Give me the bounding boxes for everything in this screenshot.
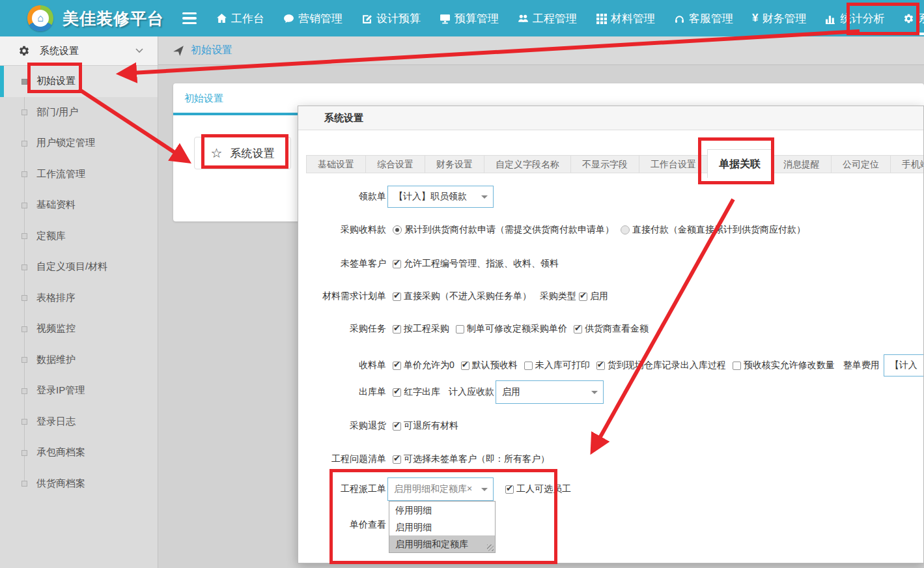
checkbox-select-unsigned-customer[interactable]: 可选择未签单客户（即：所有客户） bbox=[393, 453, 550, 465]
checkbox-checked-icon[interactable] bbox=[393, 455, 401, 464]
checkbox-checked-icon[interactable] bbox=[393, 260, 401, 268]
tab-document-association[interactable]: 单据关联 bbox=[707, 149, 772, 178]
edit-icon bbox=[361, 13, 372, 24]
checkbox-worker-select-employee[interactable]: 工人可选员工 bbox=[505, 483, 571, 495]
sidebar-item-quota-library[interactable]: 定额库 bbox=[0, 221, 158, 252]
monitor-icon bbox=[440, 13, 451, 24]
nav-statistics[interactable]: 统计分析 bbox=[825, 0, 884, 36]
gear-icon bbox=[903, 13, 914, 24]
receivable-select[interactable]: 启用 bbox=[496, 380, 604, 404]
checkbox-price-zero-allowed[interactable]: 单价允许为0 bbox=[393, 360, 455, 371]
nav-customer-service[interactable]: 客服管理 bbox=[674, 0, 733, 36]
tab-company-location[interactable]: 公司定位 bbox=[831, 155, 891, 173]
row-unit-price-view: 单价查看 bbox=[298, 519, 386, 531]
brand-logo bbox=[27, 5, 53, 31]
headset-icon bbox=[674, 13, 685, 24]
sidebar-item-custom-projects[interactable]: 自定义项目/材料 bbox=[0, 251, 158, 283]
sidebar-item-departments-users[interactable]: 部门/用户 bbox=[0, 97, 158, 128]
nav-material-mgmt[interactable]: 材料管理 bbox=[596, 0, 655, 36]
checkbox-purchase-type-enable[interactable]: 启用 bbox=[579, 291, 608, 302]
nav-project-mgmt[interactable]: 工程管理 bbox=[518, 0, 577, 36]
sidebar-item-data-maintenance[interactable]: 数据维护 bbox=[0, 345, 158, 376]
checkbox-checked-icon[interactable] bbox=[505, 485, 514, 494]
tab-finance-settings[interactable]: 财务设置 bbox=[425, 155, 484, 173]
hamburger-menu-icon[interactable] bbox=[182, 12, 197, 25]
whole-order-fee-select[interactable]: 【计入 bbox=[884, 354, 924, 376]
grid-icon bbox=[596, 13, 607, 24]
tab-mobile[interactable]: 手机端 bbox=[890, 155, 924, 173]
dispatch-order-dropdown-list: 停用明细 启用明细 启用明细和定额库 bbox=[389, 501, 496, 553]
nav-finance-mgmt[interactable]: ¥ 财务管理 bbox=[752, 0, 806, 36]
checkbox-checked-icon[interactable] bbox=[393, 325, 401, 334]
checkbox-checked-icon[interactable] bbox=[579, 292, 587, 301]
sidebar-item-login-log[interactable]: 登录日志 bbox=[0, 406, 158, 438]
checkbox-modify-quota-price[interactable]: 制单可修改定额采购单价 bbox=[456, 323, 567, 335]
payment-slip-select[interactable]: 【计入】职员领款 bbox=[387, 186, 494, 208]
dropdown-option-enable-detail-quota[interactable]: 启用明细和定额库 bbox=[389, 535, 495, 552]
sidebar-item-table-sort[interactable]: 表格排序 bbox=[0, 283, 158, 314]
tab-basic-settings[interactable]: 基础设置 bbox=[306, 155, 366, 173]
checkbox-checked-icon[interactable] bbox=[596, 362, 605, 370]
nav-workbench[interactable]: 工作台 bbox=[216, 0, 264, 36]
sidebar-header-system-settings[interactable]: 系统设置 bbox=[0, 36, 158, 66]
nav-marketing[interactable]: 营销管理 bbox=[283, 0, 343, 36]
checkbox-print-before-storage[interactable]: 未入库可打印 bbox=[524, 360, 590, 371]
resize-grip-icon[interactable] bbox=[487, 545, 494, 551]
nav-design-budget[interactable]: 设计预算 bbox=[361, 0, 421, 36]
system-settings-dialog: 系统设置 基础设置 综合设置 财务设置 自定义字段名称 不显示字段 工作台设置 … bbox=[298, 106, 924, 563]
tab-custom-field-names[interactable]: 自定义字段名称 bbox=[484, 155, 571, 173]
nav-budget-mgmt[interactable]: 预算管理 bbox=[440, 0, 499, 36]
radio-selected-icon[interactable] bbox=[393, 225, 402, 234]
nav-system-settings[interactable]: 系统设置 bbox=[903, 0, 924, 36]
top-navigation-bar: 美佳装修平台 工作台 营销管理 设计预算 预算管理 工程管理 材料管理 客服 bbox=[0, 0, 924, 36]
sidebar-item-supplier-files[interactable]: 供货商档案 bbox=[0, 468, 158, 500]
radio-accumulate-to-supplier[interactable]: 累计到供货商付款申请（需提交供货商付款申请单） bbox=[393, 224, 614, 236]
active-nav-underline bbox=[902, 33, 924, 35]
radio-unselected-icon[interactable] bbox=[621, 225, 630, 234]
users-icon bbox=[518, 13, 529, 24]
checkbox-supplier-view-amount[interactable]: 供货商查看金额 bbox=[574, 323, 649, 335]
dropdown-option-enable-detail[interactable]: 启用明细 bbox=[389, 518, 495, 535]
checkbox-unchecked-icon[interactable] bbox=[456, 325, 464, 334]
checkbox-unchecked-icon[interactable] bbox=[733, 362, 741, 370]
dispatch-order-select[interactable]: 启用明细和定额库× bbox=[387, 477, 494, 501]
checkbox-checked-icon[interactable] bbox=[574, 325, 582, 334]
gear-icon bbox=[18, 45, 30, 57]
sidebar-item-login-ip[interactable]: 登录IP管理 bbox=[0, 375, 158, 406]
radio-direct-payment[interactable]: 直接付款（金额直接累计到供货商应付款） bbox=[621, 224, 805, 236]
comment-icon bbox=[283, 13, 294, 24]
sidebar-item-video-monitor[interactable]: 视频监控 bbox=[0, 313, 158, 345]
checkbox-allow-project-number[interactable]: 允许工程编号管理、指派、收料、领料 bbox=[393, 258, 559, 270]
tab-hidden-fields[interactable]: 不显示字段 bbox=[570, 155, 639, 173]
checkbox-checked-icon[interactable] bbox=[393, 292, 401, 301]
checkbox-default-pre-receipt[interactable]: 默认预收料 bbox=[461, 360, 518, 371]
checkbox-purchase-by-project[interactable]: 按工程采购 bbox=[393, 323, 449, 335]
sidebar-item-basic-data[interactable]: 基础资料 bbox=[0, 190, 158, 221]
checkbox-checked-icon[interactable] bbox=[393, 422, 401, 431]
checkbox-site-warehouse-record[interactable]: 货到现场仓库记录出入库过程 bbox=[596, 360, 726, 371]
checkbox-return-all-materials[interactable]: 可退所有材料 bbox=[393, 420, 458, 432]
navigation-arrow-icon bbox=[173, 45, 184, 57]
checkbox-red-outbound[interactable]: 红字出库 bbox=[393, 386, 440, 398]
checkbox-checked-icon[interactable] bbox=[393, 388, 401, 397]
sidebar-item-initial-settings[interactable]: 初始设置 bbox=[0, 66, 158, 97]
tab-workbench-settings[interactable]: 工作台设置 bbox=[639, 155, 708, 173]
checkbox-direct-purchase[interactable]: 直接采购（不进入采购任务单） bbox=[393, 291, 531, 302]
tab-general-settings[interactable]: 综合设置 bbox=[365, 155, 425, 173]
checkbox-pre-receipt-modify-qty[interactable]: 预收核实允许修改数量 bbox=[733, 360, 835, 371]
home-icon bbox=[216, 13, 227, 24]
tab-initial-settings[interactable]: 初始设置 bbox=[184, 92, 223, 105]
brand-title: 美佳装修平台 bbox=[63, 8, 164, 29]
dropdown-option-disable-detail[interactable]: 停用明细 bbox=[389, 502, 495, 518]
system-settings-shortcut-button[interactable]: ☆ 系统设置 bbox=[194, 137, 291, 169]
sidebar-item-user-lock[interactable]: 用户锁定管理 bbox=[0, 128, 158, 159]
caret-down-icon bbox=[591, 391, 598, 394]
checkbox-unchecked-icon[interactable] bbox=[524, 362, 533, 370]
checkbox-checked-icon[interactable] bbox=[461, 362, 469, 370]
sidebar: 系统设置 初始设置 部门/用户 用户锁定管理 工作流管理 基础资料 定额库 自定… bbox=[0, 36, 158, 568]
sidebar-item-workflow[interactable]: 工作流管理 bbox=[0, 159, 158, 190]
checkbox-checked-icon[interactable] bbox=[393, 362, 401, 370]
sidebar-item-contractor-files[interactable]: 承包商档案 bbox=[0, 437, 158, 468]
dialog-header: 系统设置 bbox=[298, 106, 923, 130]
tab-message-reminder[interactable]: 消息提醒 bbox=[772, 155, 832, 173]
